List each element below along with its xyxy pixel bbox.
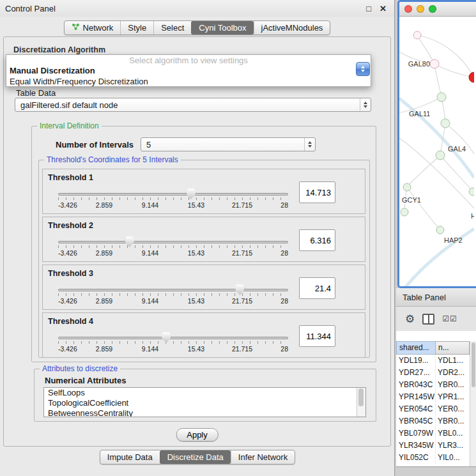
network-node[interactable] xyxy=(401,208,408,216)
table-cell[interactable]: YPR145W xyxy=(396,391,436,403)
algorithm-combobox-stepper[interactable] xyxy=(356,62,370,76)
table-cell[interactable]: YDR27... xyxy=(396,367,436,379)
threshold-slider[interactable]: -3.4262.8599.14415.4321.71528 xyxy=(58,289,288,305)
number-of-intervals-combobox[interactable]: 5 xyxy=(141,137,316,151)
tab-select[interactable]: Select xyxy=(153,21,191,35)
table-row[interactable]: YBL079WYBL0... xyxy=(396,427,470,440)
tab-network[interactable]: Network xyxy=(65,21,121,35)
list-scrollbar[interactable] xyxy=(357,388,365,417)
tab-impute-data[interactable]: Impute Data xyxy=(100,450,160,464)
thresholds-stack: Threshold 1 -3.4262.8599.14415.4321.7152… xyxy=(42,169,365,358)
threshold-value-field[interactable] xyxy=(299,325,335,347)
float-window-icon[interactable]: □ xyxy=(366,4,371,13)
table-cell[interactable]: YBR0... xyxy=(436,415,470,427)
table-cell[interactable]: YBR045C xyxy=(396,415,436,427)
table-cell[interactable]: YBR0... xyxy=(436,379,470,391)
tab-infer-network[interactable]: Infer Network xyxy=(231,450,295,464)
combobox-stepper[interactable] xyxy=(360,98,371,111)
threshold-slider[interactable]: -3.4262.8599.14415.4321.71528 xyxy=(58,193,288,210)
table-cell[interactable]: YPR1... xyxy=(436,391,470,403)
threshold-slider[interactable]: -3.4262.8599.14415.4321.71528 xyxy=(58,337,288,353)
network-node[interactable] xyxy=(469,188,474,196)
table-cell[interactable]: YBL0... xyxy=(436,427,470,440)
table-row[interactable]: YIL052CYIL0... xyxy=(396,452,470,464)
tab-cyni-toolbox[interactable]: Cyni Toolbox xyxy=(191,21,253,35)
cyni-panel: Discretization Algorithm Select algorith… xyxy=(3,36,391,447)
slider-scale: -3.4262.8599.14415.4321.71528 xyxy=(58,345,288,353)
column-selector-icon[interactable] xyxy=(422,314,434,325)
column-header-name[interactable]: n... xyxy=(436,341,470,355)
table-cell[interactable]: YBL079W xyxy=(396,427,436,440)
table-cell[interactable]: YER0... xyxy=(436,403,470,415)
attribute-list-item[interactable]: TopologicalCoefficient xyxy=(44,398,365,408)
tab-style[interactable]: Style xyxy=(120,21,153,35)
table-rows: YDL19...YDL1...YDR27...YDR2...YBR043CYBR… xyxy=(396,355,470,466)
stepper-down-icon xyxy=(364,105,367,108)
list-scrollbar-thumb[interactable] xyxy=(358,388,364,406)
combobox-stepper[interactable] xyxy=(304,138,315,151)
network-canvas[interactable]: GAL80GAL11GAL4GCY1HAP2H xyxy=(399,17,474,287)
attribute-list-item[interactable]: SelfLoops xyxy=(44,388,365,398)
network-node[interactable] xyxy=(441,119,450,128)
control-panel-titlebar: Control Panel □ ✕ xyxy=(0,0,394,17)
close-window-icon[interactable]: ✕ xyxy=(380,4,387,13)
threshold-value-field[interactable] xyxy=(299,229,335,251)
slider-track[interactable] xyxy=(58,241,288,243)
slider-track[interactable] xyxy=(58,337,288,339)
table-cell[interactable]: YIL0... xyxy=(436,452,470,464)
numerical-attributes-list[interactable]: SelfLoopsTopologicalCoefficientBetweenne… xyxy=(43,387,366,417)
table-row[interactable]: YLR345WYLR3... xyxy=(396,440,470,452)
bottom-tabbar: Impute Data Discretize Data Infer Networ… xyxy=(0,450,395,464)
table-row[interactable]: YDR27...YDR2... xyxy=(396,367,470,379)
table-scrollbar-thumb[interactable] xyxy=(472,342,475,387)
threshold-value-field[interactable] xyxy=(299,277,335,299)
select-checkboxes-icon[interactable]: ☑☑ xyxy=(442,314,457,323)
slider-ticks xyxy=(58,245,288,248)
network-node[interactable] xyxy=(403,183,411,191)
table-scrollbar[interactable] xyxy=(470,341,476,466)
zoom-traffic-light-icon[interactable] xyxy=(429,5,436,13)
threshold-value-field[interactable] xyxy=(299,181,335,203)
table-cell[interactable]: YDL19... xyxy=(396,355,436,367)
tab-label: Discretize Data xyxy=(167,452,224,462)
network-node[interactable] xyxy=(437,93,446,102)
table-cell[interactable]: YBR043C xyxy=(396,379,436,391)
slider-track[interactable] xyxy=(58,289,288,291)
apply-button[interactable]: Apply xyxy=(176,428,219,441)
table-cell[interactable]: YDL1... xyxy=(436,355,470,367)
table-cell[interactable]: YDR2... xyxy=(436,367,470,379)
tab-discretize-data[interactable]: Discretize Data xyxy=(160,450,231,464)
table-toolbar: ⚙ ☑☑ xyxy=(396,307,476,331)
threshold-slider[interactable]: -3.4262.8599.14415.4321.71528 xyxy=(58,241,288,257)
table-cell[interactable]: YIL052C xyxy=(396,452,436,464)
window-title: Control Panel xyxy=(5,4,56,13)
slider-scale: -3.4262.8599.14415.4321.71528 xyxy=(58,297,288,305)
slider-tick-label: 21.715 xyxy=(232,249,252,257)
slider-track[interactable] xyxy=(58,193,288,196)
network-node[interactable] xyxy=(469,72,474,82)
table-row[interactable]: YBR043CYBR0... xyxy=(396,379,470,391)
table-cell[interactable]: YLR345W xyxy=(396,440,436,452)
dropdown-option-equal-width-frequency[interactable]: Equal Width/Frequency Discretization xyxy=(10,77,371,86)
table-data-combobox[interactable]: galFiltered.sif default node xyxy=(15,98,371,112)
numerical-attributes-label: Numerical Attributes xyxy=(45,376,126,385)
network-node[interactable] xyxy=(413,31,421,39)
minimize-traffic-light-icon[interactable] xyxy=(417,5,424,13)
table-cell[interactable]: YLR3... xyxy=(436,440,470,452)
slider-tick-label: -3.426 xyxy=(58,345,77,353)
close-traffic-light-icon[interactable] xyxy=(404,5,412,13)
attribute-list-item[interactable]: BetweennessCentrality xyxy=(44,408,365,417)
tab-jactivemnodules[interactable]: jActiveMNodules xyxy=(254,21,330,35)
table-row[interactable]: YPR145WYPR1... xyxy=(396,391,470,403)
network-node-label: H xyxy=(471,212,474,220)
gear-icon[interactable]: ⚙ xyxy=(405,314,415,325)
table-row[interactable]: YDL19...YDL1... xyxy=(396,355,470,367)
network-node[interactable] xyxy=(430,59,439,68)
table-row[interactable]: YER054CYER0... xyxy=(396,403,470,415)
table-row[interactable]: YBR045CYBR0... xyxy=(396,415,470,427)
network-node[interactable] xyxy=(436,226,444,234)
dropdown-option-manual-discretization[interactable]: Manual Discretization xyxy=(10,66,371,75)
table-cell[interactable]: YER054C xyxy=(396,403,436,415)
column-header-shared-name[interactable]: shared... xyxy=(396,341,436,355)
network-node[interactable] xyxy=(436,151,445,160)
